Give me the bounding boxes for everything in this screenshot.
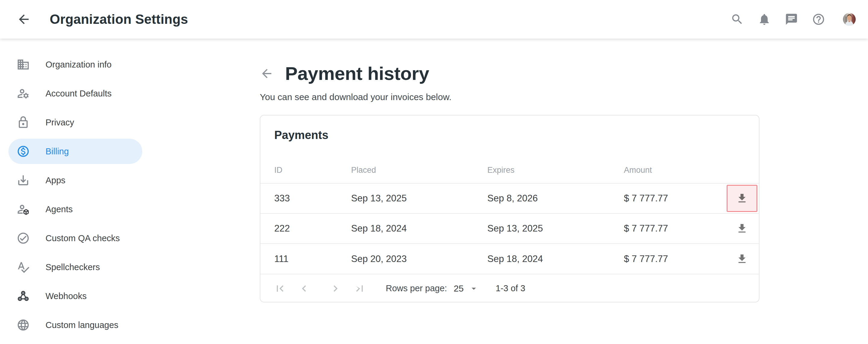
payment-id-cell: 222 [260,214,351,244]
sidebar-item-webhooks[interactable]: Webhooks [8,283,142,309]
arrow-back-icon [17,12,31,27]
app-title: Organization Settings [50,12,188,27]
first-page-button[interactable] [274,282,286,295]
download-invoice-button[interactable] [727,245,757,273]
sidebar-item-label: Account Defaults [45,89,112,99]
sidebar-item-label: Webhooks [45,291,87,301]
download-invoice-button[interactable] [727,185,757,212]
sidebar-item-label: Custom QA checks [45,233,120,243]
dropdown-caret-icon [464,283,479,294]
dollar-circle-icon [17,145,30,158]
payments-card: Payments ID Placed Expires Amount 333 [260,115,760,303]
agent-cube-icon [17,202,30,216]
payments-table: ID Placed Expires Amount 333 Sep 13, 202… [260,145,759,274]
building-icon [17,58,30,71]
help-button[interactable] [812,13,825,26]
payment-row: 222 Sep 18, 2024 Sep 13, 2025 $ 7 777.77 [260,214,759,244]
sidebar-item-privacy[interactable]: Privacy [8,110,142,135]
rows-per-page-select[interactable]: 25 [454,283,478,294]
table-pagination: Rows per page: 25 1-3 of 3 [260,274,759,303]
card-title: Payments [260,116,759,145]
column-header-actions [725,145,759,183]
download-icon [736,192,748,205]
page-title: Payment history [285,63,429,84]
page-subtitle: You can see and download your invoices b… [260,92,868,102]
notifications-button[interactable] [758,13,771,26]
avatar-photo-icon [843,13,856,26]
arrow-back-icon [260,67,274,81]
page-back-button[interactable] [260,67,274,81]
download-tray-icon [17,174,30,187]
sidebar-item-spellcheckers[interactable]: Spellcheckers [8,254,142,280]
page-body: Organization info Account Defaults Priva… [0,39,868,344]
back-button[interactable] [17,12,31,27]
previous-page-button[interactable] [298,282,310,295]
main-content: Payment history You can see and download… [151,39,868,344]
first-page-icon [274,282,286,295]
help-icon [812,13,825,26]
sidebar-item-label: Apps [45,176,65,185]
last-page-icon [353,282,366,295]
payment-amount-cell: $ 7 777.77 [624,183,725,214]
sidebar-item-label: Billing [45,147,69,156]
pagination-range-label: 1-3 of 3 [496,283,525,293]
sidebar-item-apps[interactable]: Apps [8,168,142,193]
sidebar-item-label: Agents [45,205,73,214]
chat-icon [785,13,798,26]
column-header-expires: Expires [487,145,624,183]
spellcheck-icon [17,260,30,274]
sidebar-item-custom-qa-checks[interactable]: Custom QA checks [8,225,142,251]
check-circle-icon [17,231,30,245]
payment-row: 333 Sep 13, 2025 Sep 8, 2026 $ 7 777.77 [260,183,759,214]
payment-expires-cell: Sep 18, 2024 [487,244,624,274]
sidebar-item-agents[interactable]: Agents [8,196,142,222]
settings-sidebar: Organization info Account Defaults Priva… [0,39,151,344]
sidebar-item-custom-languages[interactable]: Custom languages [8,312,142,338]
payment-row: 111 Sep 20, 2023 Sep 18, 2024 $ 7 777.77 [260,244,759,274]
globe-icon [17,318,30,332]
download-invoice-button[interactable] [727,215,757,242]
next-page-button[interactable] [329,282,342,295]
search-icon [731,13,744,26]
download-icon [736,253,748,265]
sidebar-item-organization-info[interactable]: Organization info [8,52,142,77]
last-page-button[interactable] [353,282,366,295]
column-header-placed: Placed [351,145,487,183]
sidebar-item-label: Custom languages [45,320,119,330]
payment-placed-cell: Sep 20, 2023 [351,244,487,274]
chat-button[interactable] [785,13,798,26]
top-app-bar: Organization Settings [0,0,868,39]
sidebar-item-label: Privacy [45,118,74,128]
payment-placed-cell: Sep 13, 2025 [351,183,487,214]
payment-amount-cell: $ 7 777.77 [624,214,725,244]
payment-amount-cell: $ 7 777.77 [624,244,725,274]
payment-id-cell: 111 [260,244,351,274]
payment-placed-cell: Sep 18, 2024 [351,214,487,244]
chevron-left-icon [298,282,310,295]
lock-icon [17,116,30,129]
payment-expires-cell: Sep 13, 2025 [487,214,624,244]
table-header-row: ID Placed Expires Amount [260,145,759,183]
search-button[interactable] [731,13,744,26]
chevron-right-icon [329,282,342,295]
webhook-icon [17,289,30,303]
user-avatar[interactable] [843,13,856,26]
page-heading: Payment history [260,63,868,84]
sidebar-item-label: Organization info [45,60,112,70]
column-header-id: ID [260,145,351,183]
column-header-amount: Amount [624,145,725,183]
rows-per-page-label: Rows per page: [386,283,447,293]
payment-id-cell: 333 [260,183,351,214]
sidebar-item-label: Spellcheckers [45,262,100,272]
topbar-actions [731,13,856,26]
rows-per-page-value: 25 [454,283,464,294]
payment-expires-cell: Sep 8, 2026 [487,183,624,214]
download-icon [736,222,748,234]
account-gear-icon [17,87,30,100]
sidebar-item-account-defaults[interactable]: Account Defaults [8,81,142,106]
sidebar-item-billing[interactable]: Billing [8,139,142,164]
bell-icon [758,13,771,26]
